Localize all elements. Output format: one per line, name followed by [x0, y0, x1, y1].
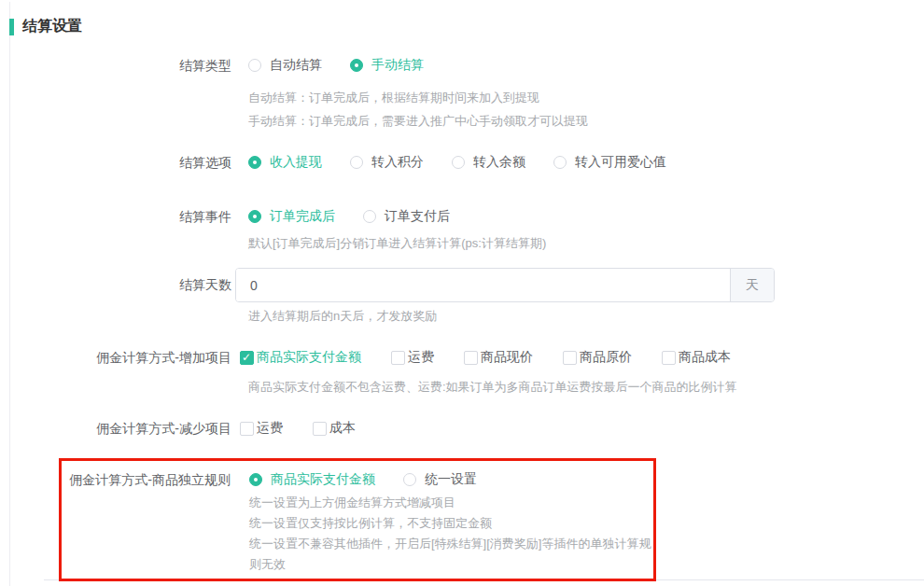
radio-manual-settle[interactable]: 手动结算 [350, 57, 424, 74]
checkbox-icon [662, 351, 676, 365]
product-rule-highlight-box: 佣金计算方式-商品独立规则 商品实际支付金额 统一设置 统一设置为上方佣金结算方… [59, 458, 656, 581]
checkbox-icon [464, 351, 478, 365]
commission-add-group: 佣金计算方式-增加项目 商品实际支付金额 运费 商品现价 商品原价 [9, 348, 924, 398]
settle-option-label: 结算选项 [9, 153, 231, 172]
checkbox-cost[interactable]: 商品成本 [662, 349, 731, 366]
radio-checked-icon [248, 156, 261, 169]
checkbox-sub-cost[interactable]: 成本 [313, 420, 356, 437]
settle-event-help: 默认[订单完成后]分销订单进入结算计算(ps:计算结算期) [248, 231, 924, 255]
commission-sub-label: 佣金计算方式-减少项目 [9, 419, 231, 438]
commission-add-checkboxes: 商品实际支付金额 运费 商品现价 商品原价 商品成本 [240, 349, 761, 366]
help-line: 统一设置仅支持按比例计算，不支持固定金额 [249, 513, 653, 534]
help-line: 自动结算：订单完成后，根据结算期时间来加入到提现 [248, 86, 924, 109]
radio-to-balance[interactable]: 转入余额 [452, 154, 525, 171]
commission-sub-group: 佣金计算方式-减少项目 运费 成本 [9, 419, 924, 438]
radio-checked-icon [248, 210, 261, 223]
checkbox-shipping-fee[interactable]: 运费 [391, 349, 434, 366]
help-line: 商品实际支付金额不包含运费、运费:如果订单为多商品订单运费按最后一个商品的比例计… [248, 375, 924, 398]
settle-days-help: 进入结算期后的n天后，才发放奖励 [248, 305, 924, 328]
commission-sub-checkboxes: 运费 成本 [240, 420, 385, 437]
settle-type-group: 结算类型 自动结算 手动结算 自动结算：订单完成后，根据结算期时间来加入到提现 … [9, 56, 924, 133]
product-rule-group: 佣金计算方式-商品独立规则 商品实际支付金额 统一设置 统一设置为上方佣金结算方… [62, 470, 653, 575]
radio-order-completed[interactable]: 订单完成后 [248, 208, 335, 225]
radio-icon [553, 156, 567, 169]
settle-days-control: 天 [235, 268, 775, 302]
checkbox-original-price[interactable]: 商品原价 [563, 349, 632, 366]
commission-add-label: 佣金计算方式-增加项目 [9, 348, 231, 367]
radio-icon [248, 59, 261, 72]
radio-checked-icon [249, 473, 262, 486]
checkbox-sub-shipping-fee[interactable]: 运费 [240, 420, 283, 437]
settle-days-label: 结算天数 [9, 268, 231, 302]
settle-days-unit: 天 [730, 269, 774, 301]
radio-icon [363, 210, 376, 223]
checkbox-icon [240, 422, 254, 436]
help-line: 进入结算期后的n天后，才发放奖励 [248, 305, 924, 328]
title-accent-bar [9, 19, 14, 35]
radio-icon [452, 156, 465, 169]
section-title: 结算设置 [9, 17, 924, 36]
checkbox-checked-icon [240, 351, 254, 365]
help-line: 默认[订单完成后]分销订单进入结算计算(ps:计算结算期) [248, 231, 924, 255]
checkbox-actual-pay-amount[interactable]: 商品实际支付金额 [240, 349, 361, 366]
radio-order-paid[interactable]: 订单支付后 [363, 208, 450, 225]
checkbox-icon [563, 351, 577, 365]
product-rule-help: 统一设置为上方佣金结算方式增减项目 统一设置仅支持按比例计算，不支持固定金额 统… [249, 493, 653, 575]
settle-days-input-group: 天 [235, 268, 775, 302]
settlement-settings-panel: 结算设置 结算类型 自动结算 手动结算 自动结算：订单完成后，根据结算期时间来加… [0, 0, 924, 581]
settle-event-radios: 订单完成后 订单支付后 [248, 208, 478, 225]
radio-unified-setting[interactable]: 统一设置 [403, 471, 477, 488]
product-rule-radios: 商品实际支付金额 统一设置 [249, 471, 505, 488]
radio-product-actual-pay[interactable]: 商品实际支付金额 [249, 471, 375, 488]
help-line: 统一设置为上方佣金结算方式增减项目 [249, 493, 653, 513]
settle-event-group: 结算事件 订单完成后 订单支付后 默认[订单完成后]分销订单进入结算计算(ps:… [9, 207, 924, 255]
settle-days-group: 结算天数 天 进入结算期后的n天后，才发放奖励 [9, 268, 924, 328]
radio-auto-settle[interactable]: 自动结算 [248, 57, 322, 74]
checkbox-icon [391, 351, 405, 365]
radio-icon [403, 473, 416, 486]
settle-option-group: 结算选项 收入提现 转入积分 转入余额 转入可用爱心值 [9, 153, 924, 172]
page-title: 结算设置 [22, 17, 82, 36]
help-line: 统一设置不兼容其他插件，开启后[特殊结算][消费奖励]等插件的单独计算规则无效 [249, 534, 653, 575]
radio-to-points[interactable]: 转入积分 [350, 154, 424, 171]
settle-option-radios: 收入提现 转入积分 转入余额 转入可用爱心值 [248, 154, 694, 171]
checkbox-icon [313, 422, 327, 436]
settle-days-input[interactable] [236, 269, 730, 301]
settle-type-help: 自动结算：订单完成后，根据结算期时间来加入到提现 手动结算：订单完成后，需要进入… [248, 86, 924, 133]
radio-checked-icon [350, 59, 363, 72]
commission-add-help: 商品实际支付金额不包含运费、运费:如果订单为多商品订单运费按最后一个商品的比例计… [248, 375, 924, 398]
radio-icon [350, 156, 363, 169]
settle-type-label: 结算类型 [9, 56, 231, 75]
settle-type-radios: 自动结算 手动结算 [248, 57, 452, 74]
checkbox-current-price[interactable]: 商品现价 [464, 349, 533, 366]
help-line: 手动结算：订单完成后，需要进入推广中心手动领取才可以提现 [248, 109, 924, 133]
product-rule-label: 佣金计算方式-商品独立规则 [62, 470, 231, 489]
radio-income-withdraw[interactable]: 收入提现 [248, 154, 322, 171]
radio-to-love-value[interactable]: 转入可用爱心值 [553, 154, 666, 171]
settle-event-label: 结算事件 [9, 207, 231, 226]
